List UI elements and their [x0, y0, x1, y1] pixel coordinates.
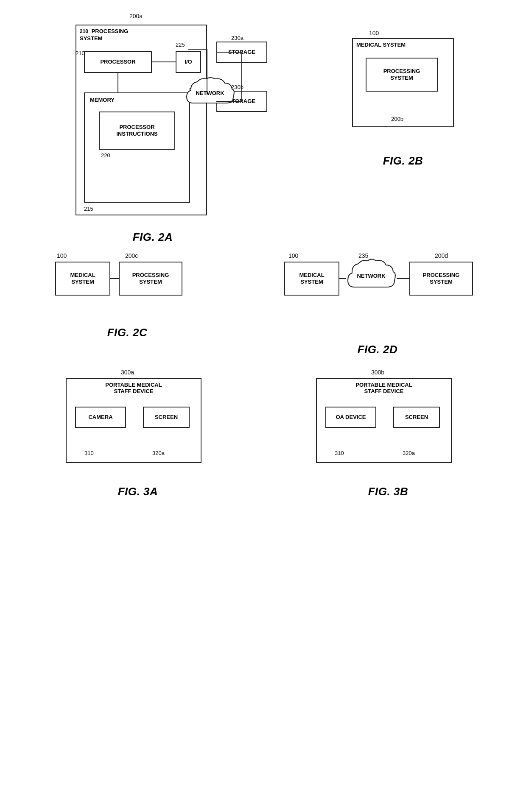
medical-system-outer: MEDICAL SYSTEM PROCESSING SYSTEM 200b: [352, 38, 454, 127]
fig2a-block: 200a 210 PROCESSING SYSTEM PROCESSOR I/O: [64, 13, 242, 244]
fig3a-diagram: 300a PORTABLE MEDICAL STAFF DEVICE CAMER…: [62, 369, 214, 479]
ref-200a: 200a: [129, 13, 143, 20]
ref-220: 220: [101, 152, 110, 159]
fig2b-block: 100 MEDICAL SYSTEM PROCESSING SYSTEM 200…: [344, 30, 462, 167]
ref-215: 215: [84, 206, 93, 212]
fig3b-diagram: 300b PORTABLE MEDICAL STAFF DEVICE OA DE…: [312, 369, 464, 479]
fig2c-label: FIG. 2C: [107, 326, 148, 339]
ref-100-2d: 100: [288, 252, 298, 259]
processing-system-2d: PROCESSING SYSTEM: [409, 262, 473, 296]
portable-device-3b: PORTABLE MEDICAL STAFF DEVICE OA DEVICE …: [316, 378, 452, 463]
medical-system-label-2b: MEDICAL SYSTEM: [356, 42, 406, 48]
fig2c-diagram: 100 MEDICAL SYSTEM 200c PROCESSING SYSTE…: [51, 252, 204, 320]
ref-320a-3b: 320a: [403, 450, 415, 456]
medical-system-2c: MEDICAL SYSTEM: [55, 262, 110, 296]
ref-100-2b: 100: [369, 30, 379, 36]
fig2d-block: 100 MEDICAL SYSTEM 235 NETWORK 200d: [280, 252, 475, 356]
network-cloud-2d: NETWORK: [346, 257, 397, 299]
fig3a-block: 300a PORTABLE MEDICAL STAFF DEVICE CAMER…: [62, 369, 214, 498]
ref-225: 225: [176, 42, 185, 48]
memory-outer-box: MEMORY PROCESSOR INSTRUCTIONS 220: [84, 92, 190, 203]
processing-system-label: 210 PROCESSING SYSTEM: [80, 28, 128, 42]
svg-text:NETWORK: NETWORK: [196, 90, 224, 96]
ref-320a-3a: 320a: [152, 450, 165, 456]
fig2b-label: FIG. 2B: [383, 154, 423, 167]
camera-box-3a: CAMERA: [75, 407, 126, 428]
oa-device-box-3b: OA DEVICE: [325, 407, 376, 428]
fig2c-block: 100 MEDICAL SYSTEM 200c PROCESSING SYSTE…: [51, 252, 204, 339]
fig2b-diagram: 100 MEDICAL SYSTEM PROCESSING SYSTEM 200…: [344, 30, 462, 148]
ref-210: 210: [76, 50, 85, 56]
portable-device-label-3b: PORTABLE MEDICAL STAFF DEVICE: [333, 382, 435, 394]
page: 200a 210 PROCESSING SYSTEM PROCESSOR I/O: [0, 0, 526, 812]
medical-system-2d: MEDICAL SYSTEM: [284, 262, 339, 296]
ref-230a: 230a: [231, 35, 243, 41]
fig3a-label: FIG. 3A: [118, 485, 158, 498]
proc-instructions-box: PROCESSOR INSTRUCTIONS: [99, 112, 175, 150]
memory-label: MEMORY: [90, 97, 115, 103]
fig2d-diagram: 100 MEDICAL SYSTEM 235 NETWORK 200d: [280, 252, 475, 337]
processing-system-inner-2b: PROCESSING SYSTEM: [366, 58, 438, 92]
portable-device-3a: PORTABLE MEDICAL STAFF DEVICE CAMERA SCR…: [66, 378, 201, 463]
storage1-box: STORAGE: [216, 42, 267, 63]
svg-text:NETWORK: NETWORK: [357, 273, 386, 279]
io-box: I/O: [176, 51, 201, 73]
ref-300b: 300b: [371, 369, 384, 376]
ref-310-3b: 310: [335, 450, 344, 456]
fig2a-label: FIG. 2A: [133, 231, 173, 244]
processing-system-2c: PROCESSING SYSTEM: [119, 262, 182, 296]
ref-310-3a: 310: [84, 450, 94, 456]
ref-200d: 200d: [435, 252, 448, 259]
network-cloud: NETWORK: [185, 75, 235, 114]
ref-200b: 200b: [391, 116, 403, 122]
screen-box-3a: SCREEN: [143, 407, 190, 428]
fig2a-diagram: 200a 210 PROCESSING SYSTEM PROCESSOR I/O: [64, 13, 242, 225]
ref-200c: 200c: [125, 252, 138, 259]
screen-box-3b: SCREEN: [393, 407, 440, 428]
portable-device-label-3a: PORTABLE MEDICAL STAFF DEVICE: [83, 382, 185, 394]
ref-300a: 300a: [121, 369, 134, 376]
fig3b-block: 300b PORTABLE MEDICAL STAFF DEVICE OA DE…: [312, 369, 464, 498]
fig2d-label: FIG. 2D: [358, 343, 398, 356]
ref-100-2c: 100: [57, 252, 67, 259]
fig3b-label: FIG. 3B: [368, 485, 408, 498]
processor-box: PROCESSOR: [84, 51, 152, 73]
outer-processing-box: 210 PROCESSING SYSTEM PROCESSOR I/O 225: [76, 25, 207, 215]
